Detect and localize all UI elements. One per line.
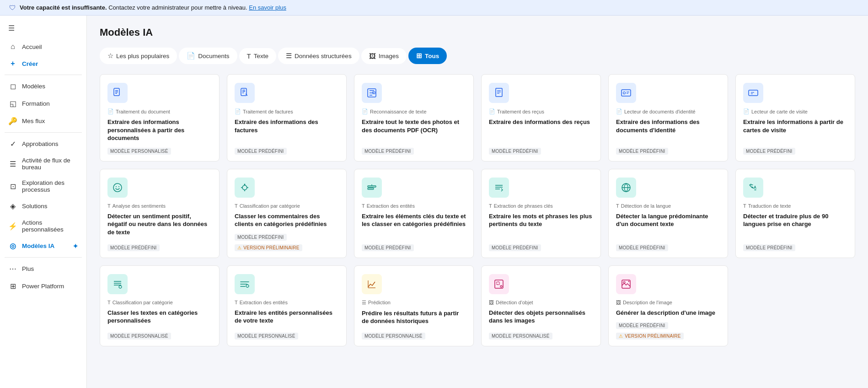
card-badges-1: MODÈLE PRÉDÉFINI [235, 146, 339, 155]
card-badge-0: MODÈLE PERSONNALISÉ [107, 148, 171, 155]
card-category-label-11: Traduction de texte [748, 203, 791, 209]
card-cat-icon-15: 🖼 [489, 300, 494, 305]
model-card-16[interactable]: 🖼 Description de l'image Générer la desc… [608, 265, 728, 347]
model-card-0[interactable]: 📄 Traitement du document Extraire des in… [100, 74, 220, 162]
sidebar: ☰ ⌂ Accueil + Créer ◻ Modèles ◱ Formatio… [0, 16, 87, 388]
sidebar-item-modeles-ia[interactable]: ◎ Modèles IA ✦ [2, 237, 85, 254]
card-icon-10 [616, 178, 636, 198]
model-card-10[interactable]: T Détection de la langue Détecter la lan… [608, 169, 728, 258]
card-badge-10: MODÈLE PRÉDÉFINI [616, 244, 668, 251]
sidebar-item-approbations[interactable]: ✓ Approbations [2, 135, 85, 152]
card-title-4: Extraire des informations des documents … [616, 118, 720, 142]
card-title-0: Extraire des informations personnalisées… [107, 118, 212, 142]
filter-tab-populaires[interactable]: ☆Les plus populaires [100, 48, 177, 64]
filter-tab-images[interactable]: 🖼Images [361, 48, 407, 64]
svg-point-25 [244, 183, 246, 185]
tab-icon-tous: ⊞ [416, 52, 422, 60]
sidebar-item-mes-flux[interactable]: 🔑 Mes flux [2, 113, 85, 129]
sidebar-item-modeles[interactable]: ◻ Modèles [2, 78, 85, 95]
model-card-11[interactable]: T Traduction de texte Détecter et tradui… [735, 169, 855, 258]
filter-tab-documents[interactable]: 📄Documents [179, 48, 237, 64]
model-card-7[interactable]: T Classification par catégorie Classer l… [227, 169, 347, 258]
card-badge-14: MODÈLE PERSONNALISÉ [362, 333, 425, 340]
card-icon-0 [107, 83, 128, 103]
sidebar-icon-power-platform: ⊞ [8, 282, 17, 291]
card-category-label-8: Extraction des entités [367, 203, 415, 209]
model-grid: 📄 Traitement du document Extraire des in… [100, 74, 855, 346]
card-badge-3: MODÈLE PRÉDÉFINI [489, 148, 541, 155]
sidebar-item-creer[interactable]: + Créer [2, 55, 85, 72]
card-icon-14 [362, 274, 382, 294]
sidebar-icon-mes-flux: 🔑 [8, 117, 17, 125]
page-title: Modèles IA [100, 27, 855, 38]
card-category-16: 🖼 Description de l'image [616, 300, 720, 305]
card-icon-16 [616, 274, 636, 294]
sidebar-item-exploration[interactable]: ⊡ Exploration des processus [2, 175, 85, 197]
card-title-7: Classer les commentaires des clients en … [235, 212, 339, 228]
card-cat-icon-3: 📄 [489, 108, 495, 114]
model-card-3[interactable]: 📄 Traitement des reçus Extraire des info… [481, 74, 601, 162]
model-card-5[interactable]: 📄 Lecteur de carte de visite Extraire le… [735, 74, 855, 162]
model-card-4[interactable]: 📄 Lecteur de documents d'identité Extrai… [608, 74, 728, 162]
svg-point-24 [242, 185, 247, 190]
card-badge2-7: ⚠VERSION PRÉLIMINAIRE [235, 244, 302, 251]
sidebar-divider-2 [5, 132, 82, 133]
card-title-6: Détecter un sentiment positif, négatif o… [107, 212, 212, 239]
card-cat-icon-11: T [743, 203, 746, 209]
tab-label-images: Images [379, 53, 399, 59]
card-category-3: 📄 Traitement des reçus [489, 108, 593, 114]
sidebar-label-solutions: Solutions [22, 203, 48, 210]
card-category-9: T Extraction de phrases clés [489, 203, 593, 209]
filter-tab-texte[interactable]: TTexte [239, 48, 276, 64]
sidebar-divider [5, 75, 82, 75]
model-card-15[interactable]: 🖼 Détection d'objet Détecter des objets … [481, 265, 601, 347]
tab-label-texte: Texte [254, 53, 268, 59]
model-card-13[interactable]: T Extraction des entités Extraire les en… [227, 265, 347, 347]
card-icon-15 [489, 274, 509, 294]
card-category-label-9: Extraction de phrases clés [494, 203, 553, 209]
card-category-label-12: Classification par catégorie [113, 300, 173, 305]
model-card-12[interactable]: T Classification par catégorie Classer l… [100, 265, 220, 347]
sidebar-label-formation: Formation [22, 100, 50, 107]
card-cat-icon-7: T [235, 203, 238, 209]
card-badge-4: MODÈLE PRÉDÉFINI [616, 148, 668, 155]
sidebar-item-actions[interactable]: ⚡ Actions personnalisées [2, 215, 85, 237]
card-badge2-16: ⚠VERSION PRÉLIMINAIRE [616, 333, 684, 340]
card-badges-13: MODÈLE PERSONNALISÉ [235, 331, 339, 340]
card-title-14: Prédire les résultats futurs à partir de… [362, 309, 466, 328]
banner-text: Votre capacité est insuffisante. Contact… [20, 4, 286, 11]
card-title-3: Extraire des informations des reçus [489, 118, 593, 142]
tab-icon-texte: T [247, 52, 251, 60]
model-card-9[interactable]: T Extraction de phrases clés Extraire le… [481, 169, 601, 258]
model-card-14[interactable]: ☰ Prédiction Prédire les résultats futur… [354, 265, 474, 347]
sidebar-item-power-platform[interactable]: ⊞ Power Platform [2, 278, 85, 295]
sidebar-icon-formation: ◱ [8, 99, 17, 108]
model-card-6[interactable]: T Analyse des sentiments Détecter un sen… [100, 169, 220, 258]
sidebar-item-formation[interactable]: ◱ Formation [2, 95, 85, 112]
card-badges-16: MODÈLE PRÉDÉFINI⚠VERSION PRÉLIMINAIRE [616, 320, 720, 340]
tab-icon-documents: 📄 [187, 52, 195, 60]
filter-tab-donnees[interactable]: ☰Données structurées [278, 48, 359, 64]
sidebar-top: ☰ [0, 16, 86, 38]
model-card-8[interactable]: T Extraction des entités Extraire les él… [354, 169, 474, 258]
tab-icon-donnees: ☰ [286, 52, 292, 60]
model-card-1[interactable]: 📄 Traitement de factures Extraire des in… [227, 74, 347, 162]
sidebar-item-solutions[interactable]: ◈ Solutions [2, 198, 85, 215]
sidebar-item-accueil[interactable]: ⌂ Accueil [2, 38, 85, 55]
main-content: Modèles IA ☆Les plus populaires📄Document… [87, 16, 868, 388]
banner-learn-more-link[interactable]: En savoir plus [249, 4, 286, 11]
card-badge-6: MODÈLE PRÉDÉFINI [107, 244, 160, 251]
card-category-0: 📄 Traitement du document [107, 108, 212, 114]
sidebar-item-activite-bureau[interactable]: ☰ Activité de flux de bureau [2, 153, 85, 175]
svg-rect-27 [368, 188, 374, 189]
card-category-15: 🖼 Détection d'objet [489, 300, 593, 305]
card-badge-11: MODÈLE PRÉDÉFINI [743, 244, 795, 251]
model-card-2[interactable]: 📄 Reconnaissance de texte Extraire tout … [354, 74, 474, 162]
filter-tab-tous[interactable]: ⊞Tous [408, 48, 447, 64]
sidebar-label-modeles: Modèles [22, 83, 45, 90]
card-icon-7 [235, 178, 255, 198]
sidebar-label-approbations: Approbations [22, 140, 59, 147]
hamburger-button[interactable]: ☰ [4, 20, 83, 36]
tab-label-documents: Documents [198, 53, 229, 59]
sidebar-item-plus[interactable]: ⋯ Plus [2, 260, 85, 277]
